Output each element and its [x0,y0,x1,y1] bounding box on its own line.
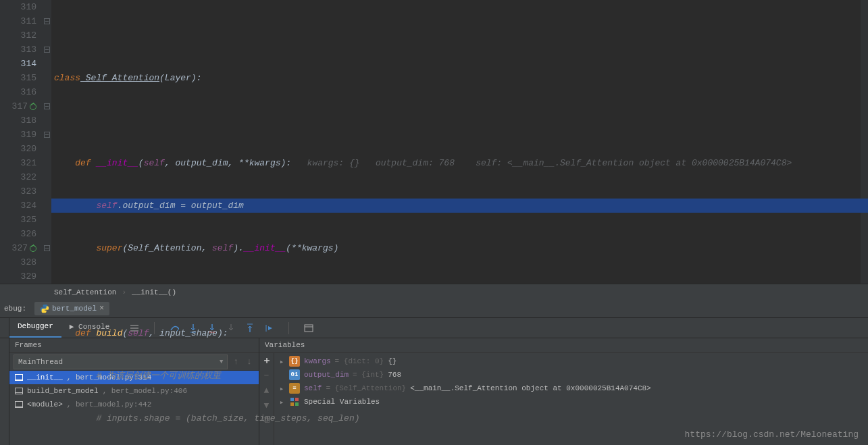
line-317: 317 [0,99,36,113]
code-l319[interactable]: # inputs.shape = (batch_size, time_steps… [51,411,868,425]
code-l315[interactable]: super(Self_Attention, self).__init__(**k… [51,241,868,255]
fold-toggle-icon[interactable] [44,245,50,251]
line-328: 328 [0,255,36,269]
line-319: 319 [0,128,36,142]
stack-frame-icon [15,388,23,394]
line-326: 326 [0,227,36,241]
line-318: 318 [0,113,36,128]
line-310: 310 [0,0,36,14]
line-315: 315 [0,71,36,85]
line-325: 325 [0,213,36,227]
code-l317[interactable]: def build(self, input_shape): [51,326,868,340]
line-312: 312 [0,28,36,43]
code-l310[interactable] [51,28,868,43]
line-314-current: 314 [0,57,36,71]
line-311: 311 [0,14,36,28]
force-step-icon[interactable] [226,323,236,333]
fold-toggle-icon[interactable] [44,47,50,53]
line-320: 320 [0,142,36,156]
line-gutter: 310 311 312 313 314 315 316 317 318 319 … [0,0,42,284]
panels-side-strip [0,338,9,445]
line-327: 327 [0,241,36,255]
stack-frame-icon [15,374,23,381]
line-313: 313 [0,43,36,57]
fold-toggle-icon[interactable] [44,103,50,109]
code-l318[interactable]: # 为该层创建一个可训练的权重 [51,369,868,383]
watermark: https://blog.csdn.net/Meloneating [685,429,859,440]
code-l314-current[interactable]: self.output_dim = output_dim [51,199,868,213]
fold-col [42,0,51,284]
code-l313[interactable]: def __init__(self, output_dim, **kwargs)… [51,156,868,170]
code-l311[interactable]: class Self_Attention(Layer): [51,71,868,85]
line-329: 329 [0,269,36,284]
debug-side-strip [0,318,9,338]
line-322: 322 [0,170,36,184]
code-l312[interactable] [51,113,868,128]
line-321: 321 [0,156,36,170]
line-324: 324 [0,199,36,213]
editor-area: 310 311 312 313 314 315 316 317 318 319 … [0,0,868,284]
override-icon[interactable] [30,245,36,252]
debug-label: ebug: [0,305,30,313]
override-icon[interactable] [30,103,36,110]
line-323: 323 [0,184,36,199]
code-l316[interactable] [51,284,868,298]
line-316: 316 [0,85,36,99]
code-area[interactable]: class Self_Attention(Layer): def __init_… [51,0,868,284]
fold-toggle-icon[interactable] [44,18,50,24]
python-file-icon [40,304,49,313]
stack-frame-icon [15,401,23,408]
fold-toggle-icon[interactable] [44,132,50,138]
